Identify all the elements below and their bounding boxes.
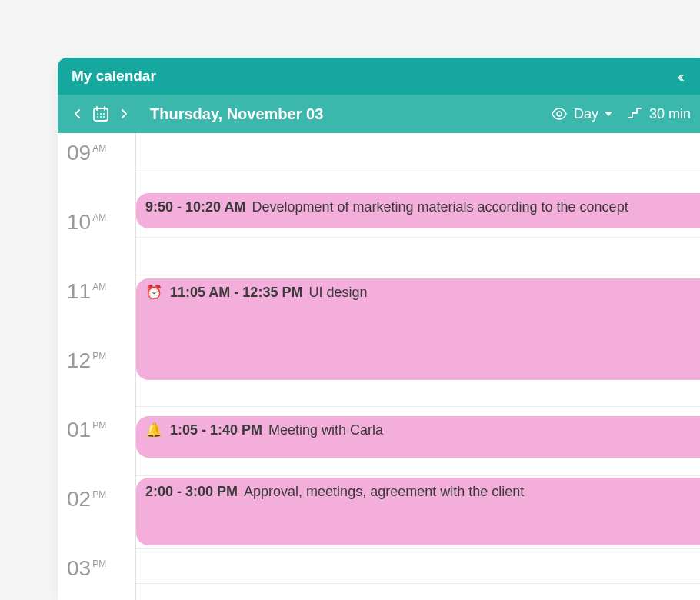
calendar-grid[interactable]: 9:50 - 10:20 AM Development of marketing… [136, 133, 700, 600]
time-label: 02 PM [58, 488, 135, 510]
view-mode-label: Day [574, 106, 598, 122]
collapse-icon[interactable]: ‹‹ [678, 68, 686, 85]
event-title: Approval, meetings, agreement with the c… [244, 484, 524, 500]
grid-line [136, 237, 700, 238]
svg-point-9 [557, 112, 562, 116]
time-label: 09 AM [58, 142, 135, 164]
time-hour: 03 [67, 558, 91, 579]
interval-label: 30 min [649, 106, 691, 122]
event-block[interactable]: 🔔 1:05 - 1:40 PM Meeting with Carla [136, 416, 700, 458]
time-ampm: AM [92, 143, 106, 154]
next-day-button[interactable] [113, 103, 135, 125]
time-hour: 09 [67, 142, 91, 164]
time-hour: 11 [67, 281, 91, 302]
grid-line [136, 168, 700, 168]
time-hour: 12 [67, 350, 91, 372]
event-content: 🔔 1:05 - 1:40 PM Meeting with Carla [145, 422, 383, 438]
event-title: UI design [308, 285, 367, 301]
event-time: 2:00 - 3:00 PM [145, 484, 238, 500]
time-label: 01 PM [58, 419, 135, 441]
time-ampm: AM [92, 212, 106, 223]
time-ampm: PM [92, 489, 106, 500]
time-hour: 02 [67, 488, 91, 510]
event-title: Meeting with Carla [268, 422, 383, 438]
time-label: 10 AM [58, 212, 135, 233]
current-date-label: Thursday, November 03 [150, 105, 323, 123]
grid-line [136, 272, 700, 272]
svg-point-5 [103, 113, 105, 115]
time-ampm: PM [92, 420, 106, 431]
chevron-right-icon [120, 108, 128, 119]
time-ampm: PM [92, 558, 106, 569]
panel-title: My calendar [72, 68, 156, 85]
view-mode-selector[interactable]: Day [551, 105, 612, 122]
step-icon [626, 105, 643, 122]
event-block[interactable]: 2:00 - 3:00 PM Approval, meetings, agree… [136, 478, 700, 545]
event-block[interactable]: 9:50 - 10:20 AM Development of marketing… [136, 193, 700, 228]
time-hour: 10 [67, 212, 91, 233]
svg-point-4 [100, 113, 102, 115]
svg-point-8 [103, 116, 105, 118]
event-title: Development of marketing materials accor… [252, 199, 628, 215]
event-content: 9:50 - 10:20 AM Development of marketing… [145, 199, 628, 215]
svg-point-3 [97, 113, 98, 115]
bell-icon: 🔔 [145, 423, 162, 437]
time-gutter: 09 AM 10 AM 11 AM 12 PM 01 PM 02 PM [58, 133, 136, 600]
time-hour: 01 [67, 419, 91, 441]
chevron-left-icon [74, 108, 82, 119]
eye-icon [551, 105, 568, 122]
time-label: 12 PM [58, 350, 135, 372]
grid-line [136, 583, 700, 584]
svg-point-6 [97, 116, 98, 118]
toolbar-right: Day 30 min [551, 105, 691, 122]
calendar-picker-button[interactable] [92, 105, 110, 123]
grid-line [136, 548, 700, 549]
interval-selector[interactable]: 30 min [626, 105, 691, 122]
svg-point-7 [100, 116, 102, 118]
caret-down-icon [605, 112, 612, 116]
panel-header: My calendar ‹‹ [58, 58, 700, 95]
event-time: 11:05 AM - 12:35 PM [170, 285, 302, 301]
calendar-toolbar: Thursday, November 03 Day 30 min [58, 95, 700, 133]
time-ampm: PM [92, 351, 106, 362]
calendar-icon [92, 105, 110, 123]
event-time: 1:05 - 1:40 PM [170, 422, 262, 438]
prev-day-button[interactable] [67, 103, 88, 125]
grid-line [136, 406, 700, 407]
calendar-panel: My calendar ‹‹ Thursday, November 03 [58, 58, 700, 600]
grid-line [136, 475, 700, 476]
time-ampm: AM [92, 282, 106, 292]
calendar-body: 09 AM 10 AM 11 AM 12 PM 01 PM 02 PM [58, 133, 700, 600]
event-content: 2:00 - 3:00 PM Approval, meetings, agree… [145, 484, 524, 500]
event-block[interactable]: ⏰ 11:05 AM - 12:35 PM UI design [136, 278, 700, 380]
time-label: 11 AM [58, 281, 135, 302]
alarm-icon: ⏰ [145, 285, 162, 299]
event-time: 9:50 - 10:20 AM [145, 199, 245, 215]
event-content: ⏰ 11:05 AM - 12:35 PM UI design [145, 285, 367, 301]
time-label: 03 PM [58, 558, 135, 579]
toolbar-left: Thursday, November 03 [67, 103, 323, 125]
